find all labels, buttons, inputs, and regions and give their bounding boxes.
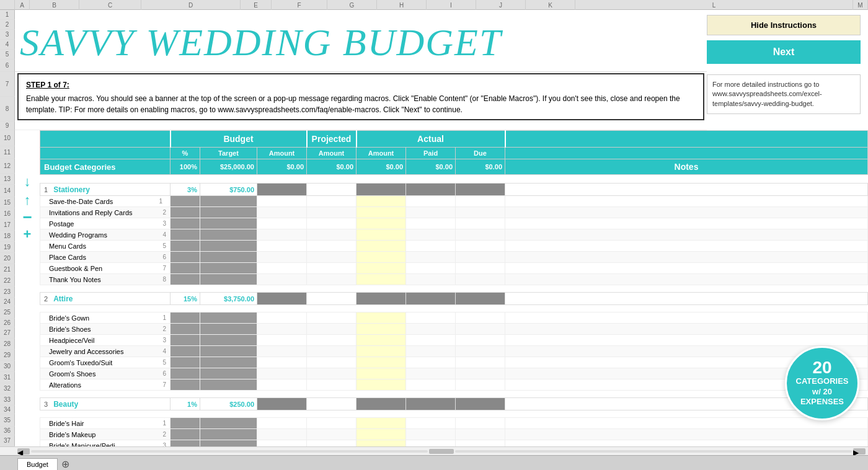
cat-proj-stat xyxy=(307,184,356,196)
row-num-34: 34 xyxy=(0,406,15,414)
category-row-attire: 2 Attire 15% $3,750.00 xyxy=(40,293,868,305)
notes-header xyxy=(505,131,868,148)
cat-num-1: 1 xyxy=(44,186,48,193)
col-header-b: B xyxy=(30,0,79,10)
item-label: Save-the-Date Cards xyxy=(43,198,113,205)
tab-budget[interactable]: Budget xyxy=(17,458,58,470)
spacer-row xyxy=(40,285,868,293)
row-num-7: 7 xyxy=(0,72,15,97)
col-header-l: L xyxy=(575,0,853,10)
list-item: 6 Groom's Shoes xyxy=(40,368,868,379)
cat-target-stationery: $750.00 xyxy=(200,184,257,196)
col-header-e: E xyxy=(241,0,272,10)
cat-header xyxy=(40,131,170,148)
row-num-22: 22 xyxy=(0,275,15,286)
row-num-5: 5 xyxy=(0,50,15,60)
total-target: $25,000.00 xyxy=(200,159,257,175)
list-item: 1 Save-the-Date Cards xyxy=(40,196,868,207)
table-header-main: Budget Projected Actual xyxy=(40,131,868,148)
instructions-body: Enable your macros. You should see a ban… xyxy=(26,93,696,115)
cat-due-gray-1 xyxy=(456,184,505,196)
category-row-beauty: 3 Beauty 1% $250.00 xyxy=(40,398,868,410)
row-num-23: 23 xyxy=(0,286,15,298)
col-header-g: G xyxy=(327,0,377,10)
total-paid: $0.00 xyxy=(406,159,456,175)
scroll-thumb[interactable] xyxy=(429,449,454,454)
cat-act-gray-3 xyxy=(356,398,406,410)
row-num-15: 15 xyxy=(0,197,15,208)
badge-line4: EXPENSES xyxy=(800,397,844,407)
cat-target-attire: $3,750.00 xyxy=(200,293,257,305)
cat-proj-att xyxy=(307,293,356,305)
list-item: 4 Jewelry and Accessories xyxy=(40,346,868,357)
row-num-24: 24 xyxy=(0,298,15,306)
row-num-19: 19 xyxy=(0,242,15,253)
row-num-33: 33 xyxy=(0,394,15,406)
badge-big-num: 20 xyxy=(812,359,831,376)
total-pct: 100% xyxy=(170,159,200,175)
down-arrow-icon[interactable]: ↓ xyxy=(24,174,31,190)
plus-icon[interactable]: + xyxy=(24,226,32,242)
cat-paid-gray-3 xyxy=(406,398,456,410)
row-num-27: 27 xyxy=(0,327,15,339)
notes-label: Notes xyxy=(505,159,868,175)
col-header-f: F xyxy=(272,0,327,10)
tab-add-button[interactable]: ⊕ xyxy=(58,458,73,470)
cat-due-gray-3 xyxy=(456,398,505,410)
list-item: 5 Menu Cards xyxy=(40,241,868,252)
list-item: 1 Bride's Hair xyxy=(40,418,868,429)
list-item: 6 Place Cards xyxy=(40,252,868,263)
row-num-2: 2 xyxy=(0,20,15,30)
cat-gray-1 xyxy=(257,184,307,196)
col-header-h: H xyxy=(377,0,427,10)
row-num-21: 21 xyxy=(0,264,15,275)
up-arrow-icon[interactable]: ↑ xyxy=(24,192,31,208)
col-act-sub: Amount xyxy=(356,148,406,159)
horizontal-scrollbar[interactable]: ◀ ▶ xyxy=(0,446,868,455)
row-num-25: 25 xyxy=(0,306,15,319)
col-pct-sub: % xyxy=(170,148,200,159)
cat-target-beauty: $250.00 xyxy=(200,398,257,410)
scroll-left-arrow[interactable]: ◀ xyxy=(17,448,30,454)
row-num-26: 26 xyxy=(0,319,15,327)
spacer-row xyxy=(40,175,868,184)
row-num-29: 29 xyxy=(0,350,15,361)
list-item: 3 Headpiece/Veil xyxy=(40,335,868,346)
row-num-31: 31 xyxy=(0,372,15,383)
total-amount: $0.00 xyxy=(257,159,307,175)
list-item: 5 Groom's Tuxedo/Suit xyxy=(40,357,868,368)
cat-num-3: 3 xyxy=(44,401,48,408)
cat-proj-bea xyxy=(307,398,356,410)
cat-notes-att xyxy=(505,293,868,305)
app-title: SAVVY WEDDING BUDGET xyxy=(20,23,502,61)
col-due-sub: Due xyxy=(456,148,505,159)
hide-instructions-button[interactable]: Hide Instructions xyxy=(707,15,861,35)
col-header-i: I xyxy=(427,0,476,10)
list-item: 2 Bride's Shoes xyxy=(40,324,868,335)
col-cat-sub xyxy=(40,148,170,159)
col-paid-sub: Paid xyxy=(406,148,456,159)
row-num-28: 28 xyxy=(0,339,15,350)
cat-name-stationery: Stationery xyxy=(53,185,90,194)
badge-line2: CATEGORIES xyxy=(796,376,849,387)
scroll-right-arrow[interactable]: ▶ xyxy=(853,448,866,454)
row-num-13: 13 xyxy=(0,174,15,185)
projected-header: Projected xyxy=(307,131,356,148)
list-item: 4 Wedding Programs xyxy=(40,229,868,241)
list-item: 2 Invitations and Reply Cards xyxy=(40,207,868,218)
cat-notes-stat xyxy=(505,184,868,196)
cat-pct-attire: 15% xyxy=(170,293,200,305)
minus-icon[interactable]: − xyxy=(22,211,32,224)
row-num-20: 20 xyxy=(0,253,15,264)
table-totals-row: Budget Categories 100% $25,000.00 $0.00 … xyxy=(40,159,868,175)
cat-paid-gray-2 xyxy=(406,293,456,305)
step-title: STEP 1 of 7: xyxy=(26,79,696,91)
row-num-14: 14 xyxy=(0,185,15,197)
next-button[interactable]: Next xyxy=(707,40,861,64)
spacer-row xyxy=(40,410,868,418)
total-act: $0.00 xyxy=(356,159,406,175)
col-header-m: M xyxy=(853,0,868,10)
col-header-j: J xyxy=(476,0,526,10)
list-item: 7 Alterations xyxy=(40,379,868,391)
col-header-c: C xyxy=(79,0,141,10)
